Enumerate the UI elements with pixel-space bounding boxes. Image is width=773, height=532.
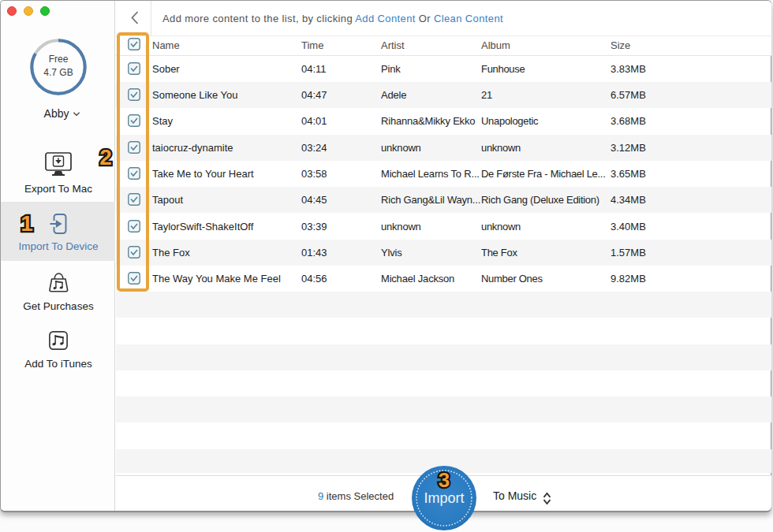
svg-text:2: 2 [99,145,112,169]
svg-text:3: 3 [439,468,450,492]
svg-text:1: 1 [21,211,33,236]
